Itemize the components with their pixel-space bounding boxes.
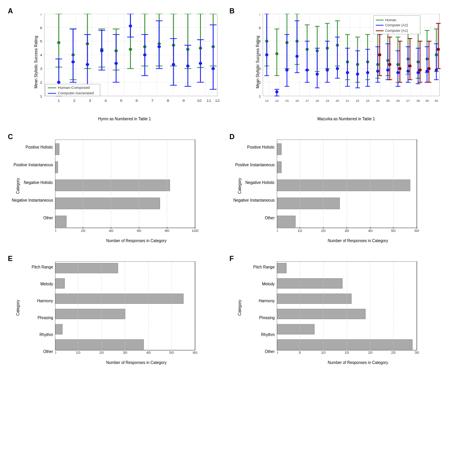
svg-text:8: 8 <box>167 99 169 103</box>
panel-label-b: B <box>230 7 235 15</box>
svg-text:21: 21 <box>346 99 349 103</box>
svg-text:2: 2 <box>40 81 42 85</box>
svg-text:5: 5 <box>120 99 122 103</box>
svg-point-89 <box>129 25 132 27</box>
main-grid: A Mean Stylistic Success Rating 7 6 5 4 … <box>0 0 451 476</box>
svg-point-81 <box>101 50 103 52</box>
svg-text:23: 23 <box>366 99 369 103</box>
svg-text:100: 100 <box>191 229 199 232</box>
svg-text:17: 17 <box>305 99 309 103</box>
svg-text:30: 30 <box>414 351 419 354</box>
svg-point-248 <box>336 68 339 70</box>
svg-text:80: 80 <box>165 229 169 232</box>
svg-text:10: 10 <box>321 351 325 354</box>
svg-point-236 <box>306 69 308 71</box>
svg-text:60: 60 <box>414 229 419 232</box>
svg-rect-406 <box>277 294 352 303</box>
svg-point-260 <box>366 72 369 74</box>
svg-text:27: 27 <box>406 99 410 103</box>
svg-text:20: 20 <box>99 351 104 354</box>
svg-rect-408 <box>277 324 314 334</box>
chart-c: 0 20 40 60 80 100 <box>55 140 218 232</box>
svg-text:25: 25 <box>391 351 395 354</box>
svg-text:6: 6 <box>40 26 42 29</box>
svg-text:19: 19 <box>325 99 329 103</box>
svg-text:25: 25 <box>386 99 389 103</box>
svg-point-240 <box>316 73 318 75</box>
svg-text:7: 7 <box>151 99 154 103</box>
svg-point-113 <box>212 68 214 70</box>
svg-text:5: 5 <box>40 39 42 43</box>
x-axis-label-c: Number of Responses in Category <box>106 239 166 243</box>
panel-d: D 0 10 20 30 40 50 60 <box>226 130 447 252</box>
svg-point-308 <box>419 69 421 71</box>
svg-text:16: 16 <box>295 99 299 103</box>
svg-text:13: 13 <box>265 99 269 103</box>
svg-text:30: 30 <box>344 229 349 232</box>
svg-rect-327 <box>55 162 58 173</box>
svg-rect-381 <box>55 263 118 273</box>
svg-text:60: 60 <box>193 351 197 354</box>
svg-point-244 <box>326 69 328 71</box>
svg-point-312 <box>428 68 430 70</box>
svg-point-264 <box>376 70 379 72</box>
x-axis-label-d: Number of Responses in Category <box>328 239 388 243</box>
svg-point-316 <box>437 48 439 51</box>
svg-point-73 <box>72 61 74 63</box>
chart-b: 7 6 5 4 3 2 1 13 14 15 16 17 18 19 20 21… <box>249 14 444 110</box>
svg-rect-329 <box>55 198 160 209</box>
svg-text:0: 0 <box>55 351 56 354</box>
chart-a: 7 6 5 4 3 2 1 1 2 3 4 5 6 7 8 9 10 11 12 <box>28 14 222 110</box>
panel-e: E 0 10 20 30 40 50 60 <box>4 252 226 373</box>
svg-text:7: 7 <box>40 14 42 16</box>
svg-rect-356 <box>277 216 295 227</box>
svg-point-292 <box>378 54 381 56</box>
svg-rect-352 <box>277 143 281 155</box>
svg-text:1: 1 <box>57 99 60 103</box>
svg-text:0: 0 <box>55 229 56 232</box>
x-axis-label-e: Number of Responses in Category <box>106 360 166 365</box>
svg-text:Computer-Generated: Computer-Generated <box>58 92 94 95</box>
svg-text:Computer (A2): Computer (A2) <box>385 23 408 27</box>
svg-text:40: 40 <box>109 229 114 232</box>
svg-point-85 <box>115 62 117 64</box>
svg-point-152 <box>276 53 278 55</box>
svg-rect-386 <box>55 340 144 349</box>
svg-text:10: 10 <box>297 229 302 232</box>
panel-c: C <box>4 130 226 252</box>
svg-rect-405 <box>277 278 342 288</box>
svg-point-220 <box>265 54 268 56</box>
svg-text:0: 0 <box>277 229 278 232</box>
svg-text:20: 20 <box>335 99 339 103</box>
svg-text:10: 10 <box>76 351 80 354</box>
svg-text:7: 7 <box>259 14 261 16</box>
y-axis-label-b: Mean Stylistic Success Rating <box>256 36 260 88</box>
svg-text:Human-Composed: Human-Composed <box>58 86 90 90</box>
svg-rect-404 <box>277 263 286 273</box>
chart-d: 0 10 20 30 40 50 60 <box>277 140 440 232</box>
svg-point-224 <box>276 91 278 93</box>
svg-rect-354 <box>277 180 410 191</box>
svg-text:11: 11 <box>206 99 211 103</box>
svg-text:4: 4 <box>104 99 107 103</box>
svg-rect-383 <box>55 294 183 303</box>
svg-point-256 <box>356 73 359 75</box>
svg-text:1: 1 <box>259 94 261 98</box>
svg-text:20: 20 <box>81 229 85 232</box>
svg-point-300 <box>398 68 401 70</box>
svg-point-296 <box>388 63 391 66</box>
svg-text:30: 30 <box>434 99 438 103</box>
x-axis-label-f: Number of Responses in Category <box>328 360 388 365</box>
svg-point-276 <box>407 70 409 72</box>
svg-text:5: 5 <box>298 351 301 354</box>
svg-rect-382 <box>55 278 64 288</box>
panel-label-a: A <box>8 7 13 15</box>
svg-point-77 <box>86 63 88 66</box>
svg-text:26: 26 <box>396 99 399 103</box>
svg-rect-407 <box>277 309 365 319</box>
svg-point-69 <box>57 81 60 84</box>
svg-text:50: 50 <box>169 351 174 354</box>
chart-e: 0 10 20 30 40 50 60 <box>55 261 218 354</box>
svg-text:20: 20 <box>368 351 372 354</box>
svg-text:15: 15 <box>344 351 349 354</box>
